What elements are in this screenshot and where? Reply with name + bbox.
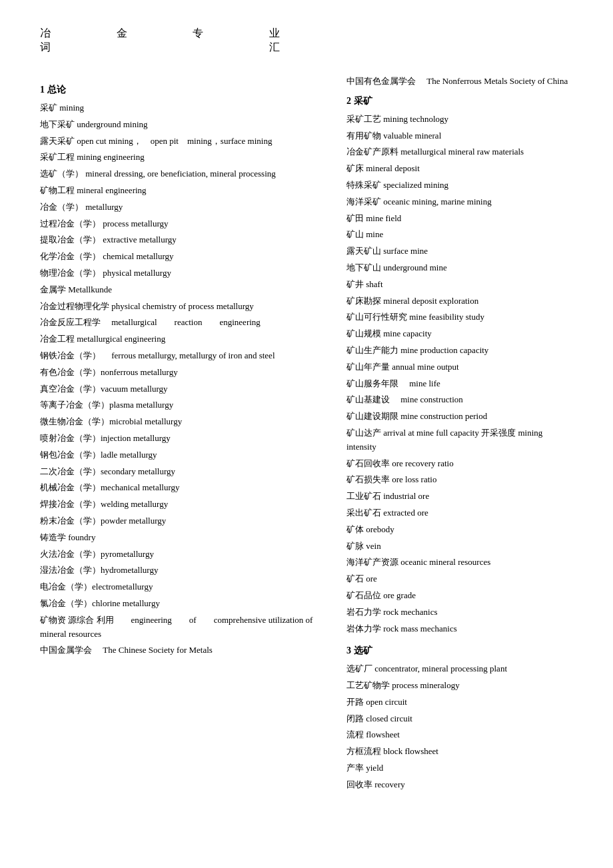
entry2-gongyi: 采矿工艺 mining technology — [346, 113, 573, 127]
entry-erci: 二次冶金（学）secondary metallurgy — [40, 465, 320, 479]
entry-zhenkong: 真空冶金（学）vacuum metallurgy — [40, 382, 320, 396]
entry2-yanshili: 岩石力学 rock mechanics — [346, 606, 573, 620]
entry-guocheng: 过程冶金（学） process metallurgy — [40, 217, 320, 231]
entry-lvyejin: 氯冶金（学）chlorine metallurgy — [40, 597, 320, 611]
entry2-youyong: 有用矿物 valuable mineral — [346, 129, 573, 143]
entry2-yuanchang: 冶金矿产原料 metallurgical mineral raw materia… — [346, 145, 573, 159]
entry2-kantantan: 矿床勘探 mineral deposit exploration — [346, 294, 573, 308]
entry2-dada: 矿山达产 arrival at mine full capacity 开采强度 … — [346, 426, 573, 454]
entry-zhongguojinshu: 中国金属学会 The Chinese Society for Metals — [40, 644, 320, 657]
entry2-dixiashan: 地下矿山 underground mine — [346, 261, 573, 275]
section-3-header: 3 选矿 — [346, 645, 573, 657]
entry2-kuangmai: 矿脉 vein — [346, 540, 573, 554]
entry-kuangwu: 矿物工程 mineral engineering — [40, 184, 320, 198]
entry3-kailu: 开路 open circuit — [346, 695, 573, 709]
entry-yejin: 冶金（学） metallurgy — [40, 201, 320, 215]
entry-tiqu: 提取冶金（学） extractive metallurgy — [40, 233, 320, 247]
entry-weishengwu: 微生物冶金（学）microbial metallurgy — [40, 415, 320, 429]
entry-dianyejin: 电冶金（学）electrometallurgy — [40, 580, 320, 594]
entry2-kuangjing: 矿井 shaft — [346, 278, 573, 292]
entry2-lutianshan: 露天矿山 surface mine — [346, 244, 573, 258]
entry3-huishoulu: 回收率 recovery — [346, 778, 573, 792]
entry-penshe: 喷射冶金（学）injection metallurgy — [40, 432, 320, 446]
entry-wuli: 物理冶金（学） physical metallurgy — [40, 266, 320, 280]
entry-denglizi: 等离子冶金（学）plasma metallurgy — [40, 398, 320, 412]
entry-shifa: 湿法冶金（学）hydrometallurgy — [40, 564, 320, 578]
section-1-header: 1 总论 — [40, 84, 320, 96]
entry-huaxue: 化学冶金（学） chemical metallurgy — [40, 250, 320, 264]
entry-jinshu: 金属学 Metallkunde — [40, 283, 320, 297]
page-layout: 1 总论 采矿 mining 地下采矿 underground mining 露… — [40, 75, 573, 795]
entry2-kuangchuang: 矿床 mineral deposit — [346, 162, 573, 176]
entry3-fangkuang: 方框流程 block flowsheet — [346, 745, 573, 759]
entry-dixiacaokuang: 地下采矿 underground mining — [40, 118, 320, 132]
entry-ziyuan: 矿物资 源综合 利用 engineering of comprehensive … — [40, 614, 320, 642]
entry-wulihuaxue: 冶金过程物理化学 physical chemistry of process m… — [40, 300, 320, 314]
entry3-xuankuangchang: 选矿厂 concentrator, mineral processing pla… — [346, 662, 573, 676]
entry2-nianchan: 矿山年产量 annual mine output — [346, 360, 573, 374]
entry-fenmo: 粉末冶金（学）powder metallurgy — [40, 514, 320, 528]
entry2-kuangshi: 矿石 ore — [346, 572, 573, 586]
entry2-haiyangziyuan: 海洋矿产资源 oceanic mineral resources — [346, 556, 573, 570]
entry2-changneng: 矿山生产能力 mine production capacity — [346, 344, 573, 358]
entry2-caiku: 采出矿石 extracted ore — [346, 506, 573, 520]
entry2-jijian: 矿山基建设 mine construction — [346, 393, 573, 407]
entry3-gongyikuangwu: 工艺矿物学 process mineralogy — [346, 679, 573, 693]
entry2-gongye: 工业矿石 industrial ore — [346, 490, 573, 504]
entry2-kuangshan: 矿山 mine — [346, 228, 573, 242]
entry2-teshu: 特殊采矿 specialized mining — [346, 179, 573, 193]
entry-gangtie: 钢铁冶金（学） ferrous metallurgy, metallurgy o… — [40, 349, 320, 363]
entry2-sunshu: 矿石损失率 ore loss ratio — [346, 473, 573, 487]
entry2-huishou: 矿石回收率 ore recovery ratio — [346, 457, 573, 471]
entry-gangbao: 钢包冶金（学）ladle metallurgy — [40, 448, 320, 462]
entry3-chanlu: 产率 yield — [346, 761, 573, 775]
entry2-yantili: 岩体力学 rock mass mechanics — [346, 622, 573, 636]
entry2-kexing: 矿山可行性研究 mine feasibility study — [346, 310, 573, 324]
main-title: 冶 金 专 业 词 汇 — [40, 27, 293, 55]
entry2-jiansheqi: 矿山建设期限 mine construction period — [346, 410, 573, 424]
entry2-fuwu: 矿山服务年限 mine life — [346, 377, 573, 391]
entry-fanying: 冶金反应工程学 metallurgical reaction engineeri… — [40, 316, 320, 330]
entry-caokuang: 采矿 mining — [40, 101, 320, 115]
entry-yousejinshu: 中国有色金属学会 The Nonferrous Metals Society o… — [346, 75, 573, 89]
entry2-haiyang: 海洋采矿 oceanic mining, marine mining — [346, 195, 573, 209]
section-2-header: 2 采矿 — [346, 95, 573, 107]
entry2-kuangtian: 矿田 mine field — [346, 212, 573, 226]
entry-jixie: 机械冶金（学）mechanical metallurgy — [40, 481, 320, 495]
entry-huofa: 火法冶金（学）pyrometallurgy — [40, 548, 320, 562]
entry2-guimo: 矿山规模 mine capacity — [346, 327, 573, 341]
entry-youse: 有色冶金（学）nonferrous metallurgy — [40, 366, 320, 380]
entry-zhuzao: 铸造学 foundry — [40, 531, 320, 545]
entry-hanjie: 焊接冶金（学）welding metallurgy — [40, 498, 320, 512]
entry-gongcheng: 冶金工程 metallurgical engineering — [40, 332, 320, 346]
entry-xuankuang: 选矿（学） mineral dressing, ore beneficiatio… — [40, 167, 320, 181]
right-column: 中国有色金属学会 The Nonferrous Metals Society o… — [346, 75, 573, 795]
entry2-pinwei: 矿石品位 ore grade — [346, 589, 573, 603]
entry-caokuanggongcheng: 采矿工程 mining engineering — [40, 151, 320, 165]
entry2-kuangti: 矿体 orebody — [346, 523, 573, 537]
entry3-bilu: 闭路 closed circuit — [346, 712, 573, 726]
entry3-liucheng: 流程 flowsheet — [346, 728, 573, 742]
left-column: 1 总论 采矿 mining 地下采矿 underground mining 露… — [40, 75, 320, 795]
entry-lutian: 露天采矿 open cut mining， open pit mining，su… — [40, 135, 320, 149]
